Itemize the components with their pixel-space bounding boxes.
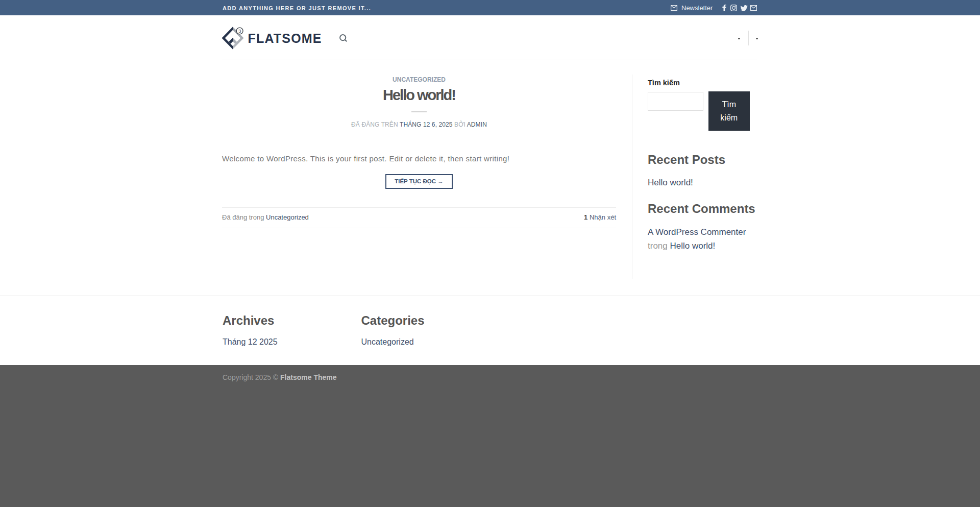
svg-text:3: 3 [238, 28, 241, 33]
